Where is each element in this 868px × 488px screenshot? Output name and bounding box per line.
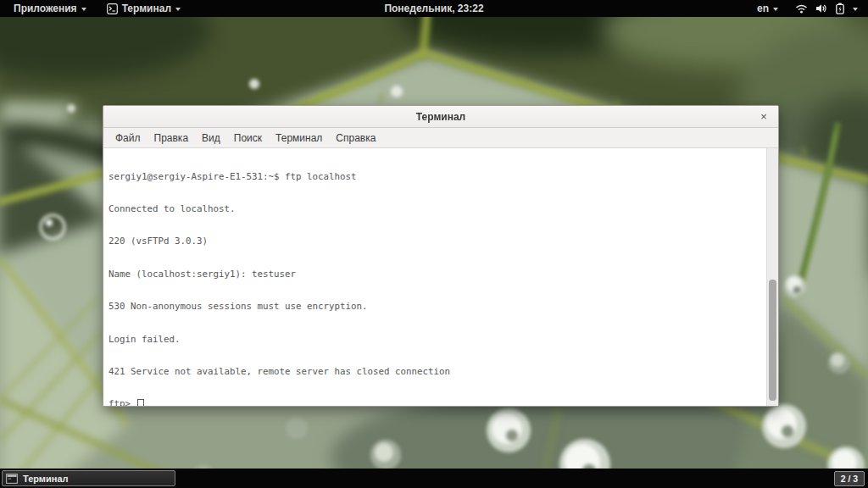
system-menu-chevron-icon: [853, 8, 858, 11]
top-bar: Приложения Терминал Понедельник, 23:22 e…: [0, 0, 868, 17]
workspace-indicator[interactable]: 2 / 3: [834, 471, 865, 486]
terminal-app-icon: [107, 3, 118, 14]
terminal-line: Login failed.: [108, 335, 761, 346]
terminal-line: 220 (vsFTPd 3.0.3): [108, 236, 761, 247]
window-titlebar[interactable]: Терминал ×: [103, 106, 778, 128]
taskbar-window-button[interactable]: Терминал: [2, 470, 175, 486]
terminal-viewport[interactable]: sergiy1@sergiy-Aspire-E1-531:~$ ftp loca…: [103, 148, 778, 406]
menu-item-help[interactable]: Справка: [329, 130, 382, 147]
terminal-prompt: ftp>: [108, 399, 136, 406]
terminal-prompt-line: ftp>: [108, 399, 761, 406]
terminal-line: 421 Service not available, remote server…: [108, 367, 761, 378]
terminal-app-menu-label: Терминал: [122, 3, 171, 14]
menu-item-view[interactable]: Вид: [195, 130, 227, 147]
terminal-line: sergiy1@sergiy-Aspire-E1-531:~$ ftp loca…: [108, 172, 761, 183]
clock[interactable]: Понедельник, 23:22: [384, 3, 483, 14]
chevron-down-icon: [773, 8, 778, 11]
keyboard-layout-indicator[interactable]: en: [755, 0, 780, 17]
chevron-down-icon: [81, 8, 86, 11]
applications-menu-label: Приложения: [14, 3, 77, 14]
taskbar-window-label: Терминал: [23, 474, 69, 484]
close-button[interactable]: ×: [756, 106, 771, 127]
window-menubar: Файл Правка Вид Поиск Терминал Справка: [103, 128, 778, 148]
applications-menu[interactable]: Приложения: [8, 0, 92, 17]
terminal-output: sergiy1@sergiy-Aspire-E1-531:~$ ftp loca…: [108, 150, 761, 406]
menu-item-edit[interactable]: Правка: [147, 130, 196, 147]
keyboard-layout-label: en: [757, 3, 769, 14]
window-title: Терминал: [103, 111, 778, 123]
chevron-down-icon: [175, 8, 181, 11]
wifi-icon: [795, 3, 808, 14]
terminal-app-menu[interactable]: Терминал: [102, 0, 186, 17]
terminal-window-icon: [6, 474, 18, 484]
menu-item-terminal[interactable]: Терминал: [269, 130, 329, 147]
scrollbar-thumb[interactable]: [769, 280, 776, 401]
terminal-line: Name (localhost:sergiy1): testuser: [108, 269, 761, 280]
menu-item-file[interactable]: Файл: [108, 130, 147, 147]
menu-item-search[interactable]: Поиск: [227, 130, 269, 147]
system-status-area[interactable]: [795, 3, 858, 14]
terminal-scrollbar[interactable]: [766, 148, 778, 406]
terminal-line: 530 Non-anonymous sessions must use encr…: [108, 302, 761, 313]
volume-icon: [815, 3, 827, 14]
terminal-line: Connected to localhost.: [108, 204, 761, 215]
battery-charging-icon: [835, 3, 845, 14]
desktop: Приложения Терминал Понедельник, 23:22 e…: [0, 0, 868, 488]
bottom-bar: Терминал 2 / 3: [0, 469, 868, 488]
terminal-window: Терминал × Файл Правка Вид Поиск Термина…: [103, 105, 779, 407]
terminal-cursor: [137, 399, 144, 406]
